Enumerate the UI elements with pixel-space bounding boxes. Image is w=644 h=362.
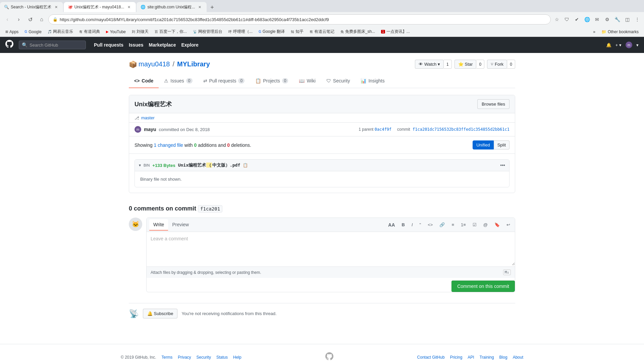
bookmark-imgbed[interactable]: 免 免费多图床_sh...: [338, 28, 378, 35]
browse-files-button[interactable]: Browse files: [477, 99, 509, 109]
bookmark-star-icon[interactable]: ☆: [553, 15, 561, 23]
file-diff-more-icon[interactable]: •••: [500, 163, 505, 168]
toolbar-task-list[interactable]: ☑: [471, 221, 479, 229]
branch-link[interactable]: master: [141, 115, 155, 120]
footer-about[interactable]: About: [513, 355, 523, 360]
extension-icon-5[interactable]: ⚙: [603, 15, 611, 23]
bookmark-youtube[interactable]: ▶ YouTube: [103, 29, 128, 35]
address-bar[interactable]: 🔒 https://github.com/mayu0418/MYLibrary/…: [48, 14, 551, 24]
extension-icon-6[interactable]: 🔧: [613, 15, 621, 23]
footer-privacy[interactable]: Privacy: [178, 355, 191, 360]
tab-wiki[interactable]: 📖 Wiki: [293, 74, 321, 88]
bookmark-googletrans[interactable]: G Google 翻译: [256, 28, 287, 35]
toolbar-italic[interactable]: I: [410, 221, 415, 229]
extension-icon-3[interactable]: 🌐: [583, 15, 591, 23]
toolbar-link[interactable]: 🔗: [437, 221, 447, 229]
preview-tab[interactable]: Preview: [168, 219, 193, 231]
bookmark-favicon-wyyyy: 🎵: [48, 30, 52, 34]
toolbar-quote[interactable]: ": [418, 221, 423, 229]
reload-button[interactable]: ↺: [25, 15, 35, 24]
home-button[interactable]: ⌂: [37, 15, 46, 24]
footer-status[interactable]: Status: [216, 355, 228, 360]
footer-blog[interactable]: Blog: [499, 355, 507, 360]
forward-button[interactable]: ›: [14, 15, 23, 24]
footer-contact[interactable]: Contact GitHub: [417, 355, 445, 360]
nav-marketplace[interactable]: Marketplace: [149, 42, 176, 48]
unified-view-button[interactable]: Unified: [473, 140, 493, 149]
new-tab-button[interactable]: +: [207, 3, 217, 12]
fork-button[interactable]: ⑂ Fork: [487, 60, 507, 69]
comment-textarea[interactable]: [147, 232, 515, 265]
toolbar-undo[interactable]: ↩: [504, 221, 512, 229]
submit-comment-button[interactable]: Comment on this commit: [451, 281, 515, 292]
extension-icon-2[interactable]: ✔: [573, 15, 581, 23]
commit-author-name[interactable]: mayu: [144, 127, 156, 132]
tab-close-site[interactable]: ✕: [197, 4, 203, 10]
toolbar-unordered-list[interactable]: ≡: [449, 221, 456, 229]
bookmark-liuzuotian[interactable]: 刘 刘做天: [129, 28, 151, 35]
star-button[interactable]: ⭐ Star: [454, 60, 476, 69]
bookmark-folder-other[interactable]: 📁 Other bookmarks: [599, 29, 641, 35]
footer-pricing[interactable]: Pricing: [450, 355, 463, 360]
bookmark-youdao[interactable]: 有 有道词典: [76, 28, 103, 35]
extension-icon-4[interactable]: ✉: [593, 15, 601, 23]
search-input[interactable]: [30, 43, 83, 48]
footer-help[interactable]: Help: [233, 355, 241, 360]
nav-pull-requests[interactable]: Pull requests: [94, 42, 123, 48]
tab-projects[interactable]: 📋 Projects 0: [250, 74, 293, 88]
split-view-button[interactable]: Split: [494, 140, 509, 149]
bookmark-google[interactable]: G Google: [22, 29, 44, 35]
header-avatar[interactable]: m: [626, 42, 632, 48]
footer-security[interactable]: Security: [197, 355, 211, 360]
bookmark-zhihu[interactable]: 知 知乎: [288, 28, 306, 35]
changed-count-link[interactable]: 1 changed file: [154, 142, 183, 148]
bookmark-wyyyy[interactable]: 🎵 网易云音乐: [45, 28, 76, 35]
github-logo[interactable]: [5, 40, 13, 50]
tab-github[interactable]: 🐙 Unix编程艺术 - mayu0418... ✕: [64, 2, 136, 12]
nav-explore[interactable]: Explore: [181, 42, 198, 48]
tab-issues[interactable]: ⚠ Issues 0: [159, 74, 198, 88]
tab-security[interactable]: 🛡 Security: [321, 74, 356, 88]
footer-terms[interactable]: Terms: [162, 355, 173, 360]
write-tab[interactable]: Write: [149, 219, 168, 231]
extension-icon-7[interactable]: ◫: [623, 15, 631, 23]
toolbar-ref[interactable]: 🔖: [492, 221, 502, 229]
repo-name-link[interactable]: MYLibrary: [177, 60, 210, 68]
menu-icon[interactable]: ⋮: [633, 15, 641, 23]
nav-issues[interactable]: Issues: [129, 42, 144, 48]
bookmark-baidu[interactable]: 百 百度一下，你...: [152, 28, 190, 35]
collapse-icon[interactable]: ▾: [139, 163, 141, 168]
toolbar-bold[interactable]: B: [400, 221, 407, 229]
bookmark-yidian[interactable]: 1 一点资讯】...: [378, 28, 413, 35]
watch-button[interactable]: 👁 Watch ▾: [415, 60, 444, 69]
tab-close-search[interactable]: ✕: [53, 4, 59, 10]
tab-site[interactable]: 🌐 site:github.com Unix编程... ✕: [137, 2, 207, 12]
tab-search[interactable]: 🔍 Search - Unix编程艺术 ✕: [0, 2, 63, 12]
toolbar-mention[interactable]: @: [481, 221, 490, 229]
toolbar-code[interactable]: <>: [426, 221, 435, 229]
tab-close-github[interactable]: ✕: [126, 4, 132, 10]
header-menu-icon[interactable]: ▾: [636, 43, 639, 48]
parent-hash-link[interactable]: 0ac4f9f: [375, 127, 392, 132]
subscribe-button[interactable]: 🔔 Subscribe: [143, 309, 177, 318]
header-bell-icon[interactable]: 🔔: [606, 43, 611, 48]
repo-owner-link[interactable]: mayu0418: [139, 60, 170, 68]
header-plus-icon[interactable]: + ▾: [615, 43, 622, 48]
footer-training[interactable]: Training: [480, 355, 494, 360]
copy-path-icon[interactable]: 📋: [243, 163, 248, 168]
bookmarks-more-btn[interactable]: »: [590, 29, 598, 35]
extension-icon-1[interactable]: 🛡: [563, 15, 571, 23]
toolbar-text-size[interactable]: AA: [386, 221, 397, 229]
tab-pullrequests[interactable]: ⇄ Pull requests 0: [198, 74, 250, 88]
tab-code[interactable]: <> Code: [129, 74, 159, 88]
toolbar-ordered-list[interactable]: 1≡: [459, 221, 468, 229]
back-button[interactable]: ‹: [3, 15, 12, 24]
bookmark-apps[interactable]: ⊞ Apps: [3, 29, 21, 35]
bookmark-youdao-note[interactable]: 有 有道云笔记: [307, 28, 337, 35]
tab-insights[interactable]: 📊 Insights: [355, 74, 390, 88]
footer-api[interactable]: API: [468, 355, 474, 360]
github-search-box[interactable]: 🔍: [19, 41, 86, 49]
comment-attach-area[interactable]: Attach files by dragging & dropping, sel…: [147, 266, 515, 278]
bookmark-wangxiao[interactable]: 📡 网校管理后台: [190, 28, 225, 35]
bookmark-bilibili[interactable]: 呼 呼哩哩（...: [226, 28, 255, 35]
